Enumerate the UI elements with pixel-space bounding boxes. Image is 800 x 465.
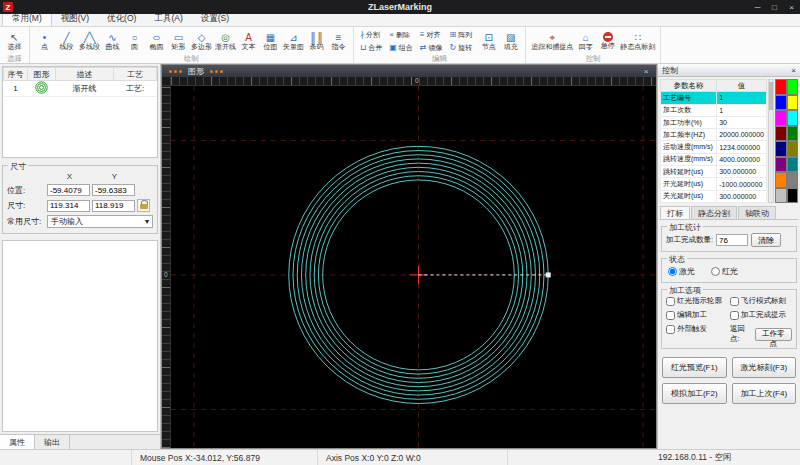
red-preview-button[interactable]: 红光预览(F1)	[662, 357, 727, 378]
tool-barcode-button[interactable]: ║║条码	[306, 28, 327, 54]
tab-output[interactable]: 输出	[35, 435, 70, 449]
laser-mark-button[interactable]: 激光标刻(F3)	[732, 357, 797, 378]
selection-handle[interactable]	[546, 272, 551, 277]
color-swatch[interactable]	[787, 141, 799, 157]
mouse-position: Mouse Pos X:-34.012, Y:56.879	[132, 450, 318, 465]
param-row[interactable]: 跳转速度(mm/s)4000.000000	[661, 153, 767, 165]
common-size-select[interactable]: 手动输入 ▾	[47, 215, 153, 228]
node-edit-button[interactable]: ⊡节点	[478, 28, 499, 54]
command-icon: ≡	[336, 32, 342, 43]
circle-icon: ○	[131, 32, 137, 43]
color-swatch[interactable]	[775, 157, 787, 173]
param-row[interactable]: 关光延时(us)300.000000	[661, 190, 767, 202]
maximize-button[interactable]: □	[766, 0, 783, 14]
grid-lines	[171, 86, 656, 448]
param-row[interactable]: 加工频率(HZ)20000.000000	[661, 129, 767, 141]
tool-polyline-button[interactable]: ╱╲多线段	[78, 28, 101, 54]
tool-ellipse-button[interactable]: ○椭圆	[146, 28, 167, 54]
select-tool-button[interactable]: ↖ 选择	[4, 28, 25, 54]
split-button[interactable]: ∤分割	[358, 28, 384, 41]
node-icon: ⊡	[485, 32, 493, 43]
merge-button[interactable]: ⊔合并	[358, 41, 384, 54]
array-button[interactable]: ⊞阵列	[448, 28, 475, 41]
laser-radio[interactable]: 激光	[668, 266, 695, 277]
param-header-name: 参数名称	[661, 80, 717, 92]
minimize-button[interactable]: ─	[749, 0, 766, 14]
color-swatch[interactable]	[775, 126, 787, 142]
menu-item-tools[interactable]: 工具(A)	[145, 12, 191, 26]
option-finish-prompt[interactable]: 加工完成提示	[730, 310, 792, 320]
param-row[interactable]: 开光延时(us)-1000.000000	[661, 178, 767, 190]
tool-bitmap-button[interactable]: ▦位图	[260, 28, 281, 54]
aspect-lock-button[interactable]	[137, 199, 150, 212]
redlight-radio[interactable]: 红光	[711, 266, 738, 277]
color-swatch[interactable]	[775, 110, 787, 126]
tab-mark[interactable]: 打标	[660, 206, 690, 219]
work-zero-button[interactable]: 工作零点	[755, 328, 792, 341]
canvas-close-button[interactable]: ×	[640, 67, 652, 76]
tool-curve-button[interactable]: ∿曲线	[102, 28, 123, 54]
tool-line-button[interactable]: ╱线段	[56, 28, 77, 54]
tool-circle-button[interactable]: ○圆	[124, 28, 145, 54]
tab-axis-link[interactable]: 轴联动	[738, 206, 776, 219]
parameter-scrollbar[interactable]	[768, 79, 774, 203]
delete-button[interactable]: ×删除	[387, 28, 415, 41]
menu-item-settings[interactable]: 设置(S)	[192, 12, 238, 26]
position-x-field[interactable]	[47, 184, 90, 196]
color-swatch[interactable]	[787, 188, 799, 204]
mirror-button[interactable]: ⇄镜像	[418, 41, 445, 54]
color-swatch[interactable]	[775, 95, 787, 111]
size-x-field[interactable]	[47, 200, 90, 212]
close-button[interactable]: ×	[783, 0, 800, 14]
finished-count-field[interactable]	[716, 234, 748, 246]
option-fly-mark[interactable]: 飞行模式标刻	[730, 296, 792, 306]
tool-polygon-button[interactable]: ◇多边形	[190, 28, 213, 54]
position-y-field[interactable]	[92, 184, 135, 196]
tool-command-button[interactable]: ≡指令	[328, 28, 349, 54]
trace-capture-button[interactable]: ⌖追踪和捕捉点	[530, 28, 574, 54]
tool-point-button[interactable]: •点	[34, 28, 55, 54]
control-panel-close-button[interactable]: ×	[791, 66, 796, 75]
color-swatch[interactable]	[775, 172, 787, 188]
emergency-stop-button[interactable]: 急停	[597, 28, 618, 54]
color-swatch[interactable]	[775, 188, 787, 204]
tool-vector-button[interactable]: ⊿矢量图	[282, 28, 305, 54]
color-swatch[interactable]	[787, 157, 799, 173]
group-button[interactable]: ▣组合	[387, 41, 415, 54]
option-red-outline[interactable]: 红光指示轮廓	[666, 296, 728, 306]
status-spacer	[0, 450, 132, 465]
tab-static-split[interactable]: 静态分割	[691, 206, 737, 219]
rotate-button[interactable]: ↻旋转	[448, 41, 475, 54]
param-row[interactable]: 工艺编号1	[661, 92, 767, 104]
menu-item-optimize[interactable]: 优化(O)	[98, 12, 145, 26]
simulate-button[interactable]: 模拟加工(F2)	[662, 383, 727, 404]
param-row[interactable]: 加工功率(%)30	[661, 116, 767, 128]
param-row[interactable]: 加工次数1	[661, 104, 767, 116]
tab-properties[interactable]: 属性	[0, 435, 35, 449]
drawing-canvas[interactable]	[171, 86, 656, 448]
param-row[interactable]: 运动速度(mm/s)1234.000000	[661, 141, 767, 153]
color-swatch[interactable]	[787, 79, 799, 95]
tool-rectangle-button[interactable]: ▭矩形	[168, 28, 189, 54]
mark-last-button[interactable]: 加工上次(F4)	[732, 383, 797, 404]
clear-count-button[interactable]: 清除	[751, 233, 781, 247]
param-row[interactable]: 跳转延时(us)300.000000	[661, 166, 767, 178]
color-swatch[interactable]	[775, 141, 787, 157]
static-mark-button[interactable]: ∷静态点标刻	[619, 28, 656, 54]
size-y-field[interactable]	[92, 200, 135, 212]
color-swatch[interactable]	[787, 172, 799, 188]
align-icon: ≡	[420, 30, 425, 39]
tool-involute-button[interactable]: ◎渐开线	[214, 28, 237, 54]
option-external-trigger[interactable]: 外部触发	[666, 324, 728, 344]
home-button[interactable]: ⌂回零	[575, 28, 596, 54]
option-edit-mark[interactable]: 编辑加工	[666, 310, 728, 320]
color-swatch[interactable]	[787, 110, 799, 126]
menu-item-view[interactable]: 视图(V)	[52, 12, 98, 26]
object-row[interactable]: 1 渐开线 工艺:	[4, 81, 157, 97]
tool-text-button[interactable]: A文本	[238, 28, 259, 54]
color-swatch[interactable]	[787, 95, 799, 111]
color-swatch[interactable]	[787, 126, 799, 142]
hatch-button[interactable]: ▨填充	[500, 28, 521, 54]
color-swatch[interactable]	[775, 79, 787, 95]
align-button[interactable]: ≡对齐	[418, 28, 445, 41]
